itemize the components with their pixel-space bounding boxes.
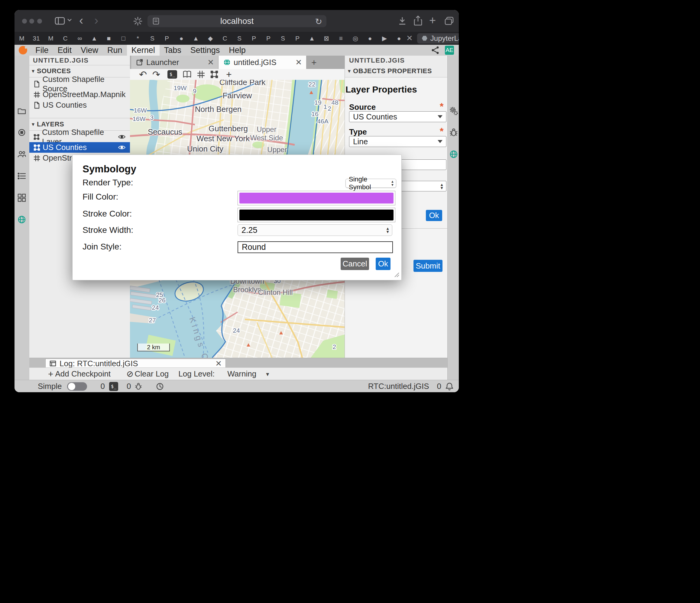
- raster-layer-icon[interactable]: [197, 70, 205, 78]
- user-avatar[interactable]: AE: [445, 46, 454, 55]
- menu-settings[interactable]: Settings: [186, 45, 225, 56]
- fill-color-swatch[interactable]: [238, 191, 395, 205]
- log-level-value[interactable]: Warning: [227, 369, 256, 379]
- menu-file[interactable]: File: [31, 45, 53, 56]
- extension-manager-icon[interactable]: [17, 193, 26, 202]
- browser-tab-jupyterlab[interactable]: JupyterLab: [417, 33, 459, 44]
- favicon[interactable]: ∞: [73, 35, 87, 42]
- vector-layer-icon[interactable]: [210, 70, 218, 78]
- source-item-custom-shapefile[interactable]: Custom Shapefile Source: [29, 79, 130, 89]
- favicon[interactable]: ⊠: [319, 35, 334, 42]
- menu-tabs[interactable]: Tabs: [159, 45, 186, 56]
- favicon[interactable]: C: [218, 35, 232, 42]
- back-button[interactable]: ‹: [79, 14, 83, 26]
- url-bar[interactable]: localhost ↻: [148, 15, 326, 27]
- traffic-light-minimize[interactable]: [29, 19, 34, 24]
- menu-view[interactable]: View: [76, 45, 103, 56]
- favicon[interactable]: □: [116, 35, 130, 42]
- collaboration-users-icon[interactable]: [17, 150, 26, 159]
- objects-properties-header[interactable]: ▾ OBJECTS PROPERTIES: [345, 65, 448, 77]
- favicon[interactable]: ◆: [203, 35, 218, 42]
- stepper-down-icon[interactable]: ▼: [440, 186, 444, 190]
- favicon[interactable]: ●: [174, 35, 189, 42]
- redo-icon[interactable]: ↷: [152, 69, 160, 80]
- tab-overview-icon[interactable]: [444, 16, 454, 25]
- stepper-down-icon[interactable]: ▼: [386, 230, 390, 234]
- menu-help[interactable]: Help: [224, 45, 250, 56]
- menu-edit[interactable]: Edit: [53, 45, 76, 56]
- add-checkpoint-button[interactable]: Add Checkpoint: [55, 369, 111, 379]
- tab-close-icon[interactable]: ✕: [406, 33, 413, 43]
- favicon[interactable]: ▶: [377, 35, 392, 42]
- jgis-globe-icon[interactable]: [449, 150, 458, 159]
- downloads-icon[interactable]: [398, 16, 407, 26]
- favicon[interactable]: ◎: [348, 35, 363, 42]
- tab-launcher[interactable]: Launcher ✕: [131, 56, 219, 69]
- table-of-contents-icon[interactable]: [17, 171, 26, 180]
- source-select[interactable]: US Counties: [349, 111, 446, 122]
- close-icon[interactable]: ✕: [215, 359, 222, 368]
- console-icon[interactable]: $_: [168, 70, 177, 79]
- dialog-ok-button[interactable]: Ok: [376, 258, 391, 270]
- favicon[interactable]: S: [145, 35, 159, 42]
- menu-run[interactable]: Run: [103, 45, 127, 56]
- close-icon[interactable]: ✕: [207, 58, 214, 67]
- sidebar-toggle-icon[interactable]: [55, 17, 65, 25]
- share-nodes-icon[interactable]: [431, 46, 440, 54]
- favicon[interactable]: ●: [392, 35, 406, 42]
- stroke-color-swatch[interactable]: [238, 208, 395, 222]
- resize-handle[interactable]: [394, 271, 400, 278]
- layer-item-us-counties-selected[interactable]: US Counties: [29, 142, 130, 153]
- file-browser-icon[interactable]: [17, 106, 26, 116]
- new-tab-plus-icon[interactable]: +: [311, 57, 317, 68]
- history-icon[interactable]: [156, 382, 164, 391]
- favicon[interactable]: M: [15, 35, 29, 42]
- favicon[interactable]: *: [130, 35, 145, 42]
- clear-icon[interactable]: ⊘: [126, 369, 133, 379]
- property-inspector-gears-icon[interactable]: [449, 106, 458, 116]
- undo-icon[interactable]: ↶: [139, 69, 147, 80]
- add-layer-plus-icon[interactable]: +: [226, 69, 232, 80]
- join-style-select[interactable]: Round: [238, 241, 393, 253]
- favicon[interactable]: S: [276, 35, 290, 42]
- jgis-globe-icon[interactable]: [17, 215, 26, 224]
- source-item-us-counties[interactable]: US Counties: [29, 100, 130, 111]
- favicon[interactable]: P: [159, 35, 174, 42]
- favicon[interactable]: M: [44, 35, 58, 42]
- favicon[interactable]: ■: [102, 35, 116, 42]
- cancel-button[interactable]: Cancel: [341, 258, 369, 270]
- eye-icon[interactable]: [118, 134, 126, 139]
- share-icon[interactable]: [414, 16, 423, 26]
- running-sessions-icon[interactable]: [17, 128, 26, 137]
- sidebar-chevron-icon[interactable]: [67, 18, 72, 22]
- submit-button[interactable]: Submit: [414, 260, 443, 272]
- kernel-bug-icon[interactable]: [134, 383, 142, 390]
- panel-ok-button[interactable]: Ok: [426, 210, 442, 221]
- source-item-openstreetmap[interactable]: OpenStreetMap.Mapnik: [29, 89, 130, 100]
- plus-icon[interactable]: +: [48, 369, 53, 379]
- new-tab-icon[interactable]: +: [429, 14, 436, 27]
- render-type-select[interactable]: Single Symbol ▲ ▼: [346, 179, 396, 188]
- favicon[interactable]: ▲: [189, 35, 203, 42]
- rtc-status[interactable]: RTC:untitled.jGIS: [368, 382, 429, 391]
- type-select[interactable]: Line: [349, 136, 446, 147]
- favicon[interactable]: S: [232, 35, 247, 42]
- log-tab[interactable]: Log: RTC:untitled.jGIS ✕: [45, 359, 226, 368]
- menu-kernel[interactable]: Kernel: [127, 45, 159, 56]
- chevron-down-icon[interactable]: ▾: [266, 370, 269, 378]
- bell-icon[interactable]: [446, 382, 453, 391]
- favicon[interactable]: ≡: [334, 35, 348, 42]
- reload-icon[interactable]: ↻: [315, 17, 322, 27]
- tab-untitled-jgis[interactable]: untitled.jGIS ✕: [219, 56, 306, 69]
- favicon[interactable]: P: [247, 35, 261, 42]
- debugger-bug-icon[interactable]: [449, 128, 458, 137]
- favicon[interactable]: ▲: [87, 35, 102, 42]
- simple-mode-toggle[interactable]: [67, 382, 87, 391]
- favicon[interactable]: ●: [363, 35, 377, 42]
- layer-item-custom-shapefile[interactable]: Custom Shapefile Layer: [29, 131, 130, 142]
- favicon[interactable]: P: [261, 35, 276, 42]
- close-icon[interactable]: ✕: [295, 58, 302, 67]
- stroke-width-input[interactable]: 2.25 ▲ ▼: [238, 224, 392, 236]
- terminal-icon[interactable]: $_: [109, 382, 118, 391]
- traffic-light-zoom[interactable]: [37, 19, 42, 24]
